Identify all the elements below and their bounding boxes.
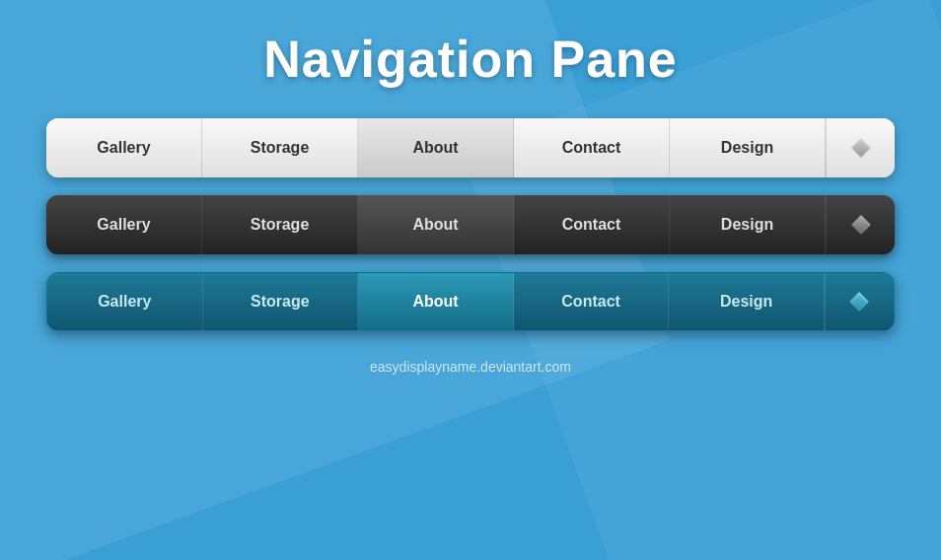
nav-container: Gallery Storage About Contact Design Gal… bbox=[46, 118, 895, 331]
nav-item-about-dark[interactable]: About bbox=[358, 195, 514, 254]
nav-item-gallery-teal[interactable]: Gallery bbox=[47, 273, 203, 330]
nav-item-storage-teal[interactable]: Storage bbox=[203, 273, 359, 330]
nav-item-design-white[interactable]: Design bbox=[670, 118, 826, 177]
nav-item-storage-white[interactable]: Storage bbox=[202, 118, 358, 177]
nav-item-gallery-white[interactable]: Gallery bbox=[46, 118, 202, 177]
nav-item-storage-dark[interactable]: Storage bbox=[202, 195, 358, 254]
page-title: Navigation Pane bbox=[263, 30, 678, 89]
dropdown-diamond-white bbox=[851, 138, 871, 158]
nav-item-design-dark[interactable]: Design bbox=[670, 195, 826, 254]
nav-item-about-white[interactable]: About bbox=[358, 118, 514, 177]
nav-bar-dark: Gallery Storage About Contact Design bbox=[46, 195, 895, 254]
nav-item-contact-teal[interactable]: Contact bbox=[514, 273, 670, 330]
nav-item-gallery-dark[interactable]: Gallery bbox=[46, 195, 202, 254]
nav-dropdown-dark[interactable] bbox=[826, 195, 895, 254]
nav-bar-white: Gallery Storage About Contact Design bbox=[46, 118, 895, 177]
footer-credit: easydisplayname.deviantart.com bbox=[370, 359, 571, 375]
nav-dropdown-teal[interactable] bbox=[825, 273, 894, 330]
nav-item-about-teal[interactable]: About bbox=[358, 273, 514, 330]
dropdown-diamond-teal bbox=[850, 292, 870, 312]
nav-item-design-teal[interactable]: Design bbox=[669, 273, 825, 330]
nav-bar-teal: Gallery Storage About Contact Design bbox=[46, 272, 895, 331]
nav-dropdown-white[interactable] bbox=[826, 118, 895, 177]
nav-item-contact-white[interactable]: Contact bbox=[514, 118, 670, 177]
dropdown-diamond-dark bbox=[851, 215, 871, 235]
nav-item-contact-dark[interactable]: Contact bbox=[514, 195, 670, 254]
